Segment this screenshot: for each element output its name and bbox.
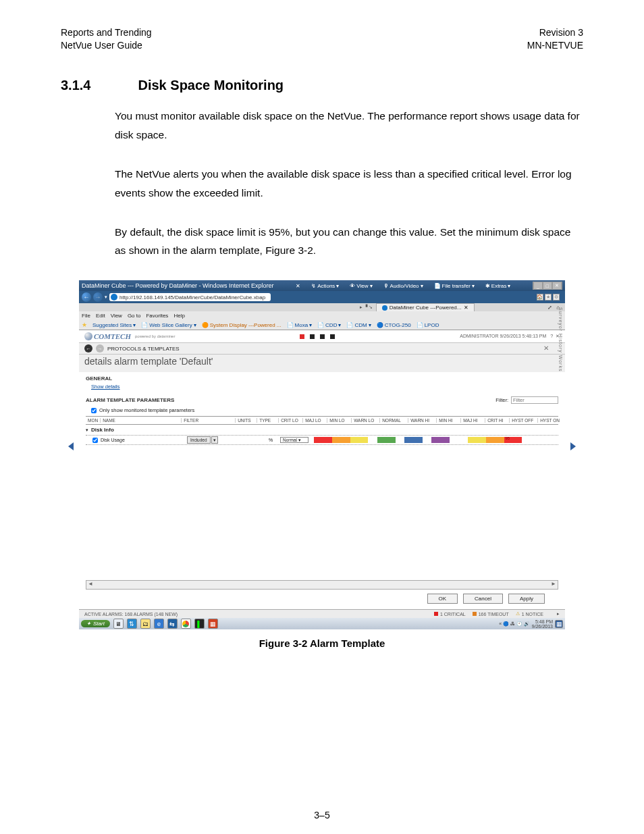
address-bar[interactable]: http://192.168.149.145/DataMinerCube/Dat… bbox=[109, 293, 271, 301]
row-units: % bbox=[261, 438, 280, 442]
doc-header-left-top: Reports and Trending bbox=[61, 27, 152, 38]
start-button[interactable]: ✦ Start bbox=[81, 620, 110, 627]
taskbar-icon-2[interactable]: ⇅ bbox=[127, 619, 137, 629]
show-details-link[interactable]: Show details bbox=[91, 384, 120, 390]
breadcrumb-forward-icon[interactable]: → bbox=[96, 344, 104, 353]
status-notice[interactable]: ⚠1 NOTICE bbox=[516, 611, 543, 617]
apply-button[interactable]: Apply bbox=[508, 594, 545, 604]
col-units: UNITS bbox=[236, 418, 257, 423]
fav-suggested[interactable]: Suggested Sites ▾ bbox=[92, 322, 136, 328]
ie-menu-favorites[interactable]: Favorites bbox=[146, 313, 168, 319]
scroll-right-arrow-icon bbox=[570, 442, 576, 450]
tray-end-icon[interactable]: ▦ bbox=[555, 620, 563, 628]
close-icon[interactable]: ✕ bbox=[553, 282, 561, 289]
col-majlo: MAJ LO bbox=[303, 418, 327, 423]
col-warnlo: WARN LO bbox=[352, 418, 380, 423]
row-included-pill[interactable]: Included bbox=[187, 436, 211, 444]
ie-menu-view[interactable]: View bbox=[111, 313, 122, 319]
param-section: ALARM TEMPLATE PARAMETERS bbox=[86, 397, 174, 403]
col-filter: FILTER bbox=[182, 418, 236, 423]
menu-view[interactable]: 👁 View ▾ bbox=[350, 283, 372, 289]
system-tray[interactable]: « 🔵 🖧 🕙 🔊 5:48 PM 9/26/2013 ▦ bbox=[499, 619, 563, 629]
status-right-icon[interactable]: ▸ bbox=[557, 611, 560, 617]
favorites-star-icon[interactable]: ★ bbox=[82, 321, 87, 328]
site-globe-icon bbox=[111, 294, 117, 301]
ie-menu-goto[interactable]: Go to bbox=[128, 313, 141, 319]
col-warnhi: WARN HI bbox=[408, 418, 437, 423]
menu-extras[interactable]: ✱ Extras ▾ bbox=[485, 283, 511, 289]
breadcrumb[interactable]: PROTOCOLS & TEMPLATES bbox=[107, 346, 180, 352]
ie-menu-help[interactable]: Help bbox=[173, 313, 184, 319]
threshold-strip[interactable]: 95 bbox=[314, 437, 558, 443]
ie-menu-edit[interactable]: Edit bbox=[96, 313, 105, 319]
dropdown-icon[interactable]: ▾ bbox=[105, 294, 107, 300]
fav-moxa[interactable]: 📄 Moxa ▾ bbox=[287, 322, 313, 328]
horizontal-scrollbar[interactable] bbox=[86, 580, 558, 590]
fav-cdd[interactable]: 📄 CDD ▾ bbox=[317, 322, 341, 328]
status-dot-red bbox=[300, 334, 304, 339]
group-collapse-icon[interactable]: ▾ bbox=[86, 427, 88, 433]
figure-screenshot: DataMiner Cube --- Powered by DataMiner … bbox=[79, 280, 565, 629]
fav-webslice[interactable]: 📄 Web Slice Gallery ▾ bbox=[141, 322, 196, 328]
taskbar-cmd-icon[interactable]: ▌ bbox=[194, 619, 205, 629]
logo-subtitle: powered by dataminer bbox=[135, 334, 175, 338]
tools-icon[interactable]: ⚙ bbox=[553, 294, 560, 301]
ie-menu-bar: File Edit View Go to Favorites Help bbox=[79, 311, 565, 320]
row-type-select[interactable]: Normal ▾ bbox=[280, 437, 308, 443]
taskbar-tv-icon[interactable]: ⇆ bbox=[167, 619, 178, 629]
tab-close-icon[interactable]: ✕ bbox=[464, 305, 468, 311]
col-minlo: MIN LO bbox=[327, 418, 352, 423]
browser-tab[interactable]: DataMiner Cube ---Powered... ✕ bbox=[376, 303, 475, 311]
ok-button[interactable]: OK bbox=[427, 594, 458, 604]
fav-lpod[interactable]: 📄 LPOD bbox=[417, 322, 439, 328]
nav-forward-icon[interactable]: → bbox=[93, 292, 103, 302]
fav-system[interactable]: 🟠 System Display ---Powered ... bbox=[202, 322, 281, 328]
top-close-icon[interactable]: ✕ bbox=[296, 283, 300, 289]
taskbar-icon-3[interactable]: 🗂 bbox=[140, 619, 151, 629]
panel-close-icon[interactable]: ✕ bbox=[543, 344, 549, 352]
taskbar-chrome-icon[interactable] bbox=[181, 619, 191, 629]
status-critical[interactable]: 1 CRITICAL bbox=[434, 612, 466, 617]
minimize-icon[interactable]: _ bbox=[534, 282, 542, 289]
home-icon[interactable]: 🏠 bbox=[537, 294, 543, 301]
details-title: details alarm template 'Default' bbox=[79, 355, 565, 372]
section-title: Disk Space Monitoring bbox=[138, 78, 284, 93]
row-included-dropdown[interactable]: ▾ bbox=[211, 436, 218, 444]
col-hystoff: HYST OFF bbox=[510, 418, 538, 423]
menu-actions[interactable]: ↯ Actions ▾ bbox=[311, 283, 339, 289]
taskbar-icon-8[interactable]: ▦ bbox=[208, 619, 218, 629]
col-majhi: MAJ HI bbox=[461, 418, 485, 423]
admin-status: ADMINISTRATOR 9/26/2013 5:48:13 PM bbox=[460, 334, 546, 338]
only-monitored-checkbox[interactable] bbox=[91, 408, 97, 413]
group-label: Disk Info bbox=[91, 427, 114, 433]
filter-label: Filter: bbox=[495, 397, 508, 403]
taskbar-icon-1[interactable]: 🖥 bbox=[113, 619, 124, 629]
row-mon-checkbox[interactable] bbox=[92, 438, 98, 443]
taskbar-ie-icon[interactable]: e bbox=[154, 619, 164, 629]
favorite-icon[interactable]: ★ bbox=[545, 294, 552, 301]
cancel-button[interactable]: Cancel bbox=[463, 594, 503, 604]
table-row: Disk Usage Included ▾ % Normal ▾ bbox=[86, 436, 558, 445]
filter-input[interactable] bbox=[511, 396, 558, 404]
fav-cdm[interactable]: 📄 CDM ▾ bbox=[346, 322, 371, 328]
paragraph-2: The NetVue alerts you when the available… bbox=[115, 165, 583, 203]
menu-audiovideo[interactable]: 🎙 Audio/Video ▾ bbox=[383, 283, 423, 289]
col-mon: MON bbox=[86, 418, 101, 423]
menu-filetransfer[interactable]: 📄 File transfer ▾ bbox=[434, 283, 475, 289]
row-crithi-value: 95 bbox=[506, 436, 510, 440]
maximize-icon[interactable]: □ bbox=[543, 282, 552, 289]
col-type: TYPE bbox=[257, 418, 279, 423]
nav-back-icon[interactable]: ← bbox=[82, 292, 91, 302]
doc-header-right-top: Revision 3 bbox=[527, 27, 583, 38]
fav-ctog[interactable]: 🔵 CTOG-250 bbox=[377, 322, 411, 328]
window-controls[interactable]: _ □ ✕ bbox=[533, 282, 562, 290]
breadcrumb-back-icon[interactable]: ← bbox=[84, 344, 92, 353]
section-number: 3.1.4 bbox=[61, 78, 90, 93]
status-timeout[interactable]: 166 TIMEOUT bbox=[473, 612, 509, 617]
status-alarms[interactable]: ACTIVE ALARMS: 168 ALARMS (148 NEW) bbox=[84, 612, 178, 617]
group-disk-info[interactable]: ▾ Disk Info bbox=[86, 425, 558, 436]
tray-date: 9/26/2013 bbox=[532, 624, 553, 629]
col-name: NAME bbox=[101, 418, 182, 423]
ie-menu-file[interactable]: File bbox=[82, 313, 90, 319]
logo-globe-icon bbox=[84, 332, 92, 340]
